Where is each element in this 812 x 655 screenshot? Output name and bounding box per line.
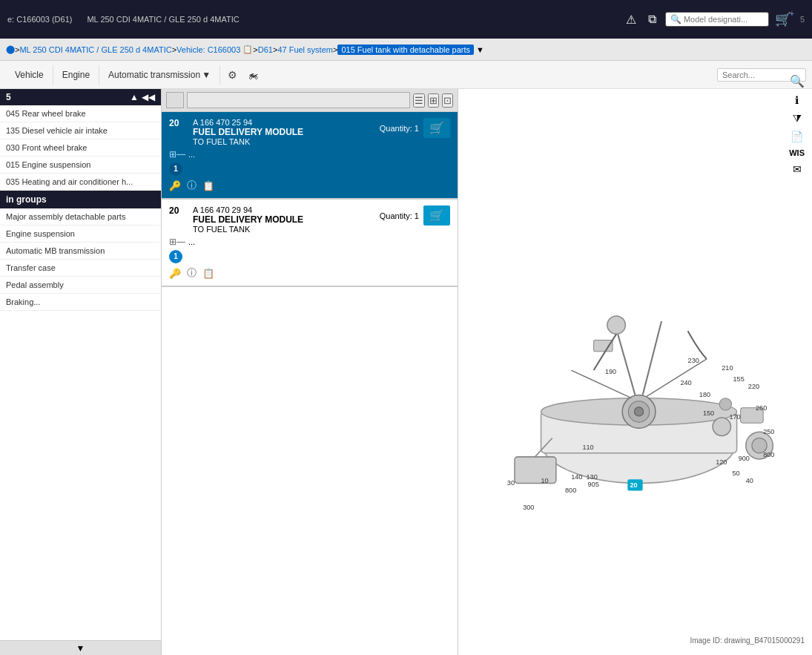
svg-text:20: 20 [630,482,637,490]
technical-diagram: 190 210 230 155 220 180 260 150 170 250 … [466,96,805,636]
part-2-cart-btn[interactable]: 🛒 [423,205,450,226]
top-icons: ⚠ ⧉ 🔍 🛒+ 5 [623,10,805,30]
part-2-key-icon[interactable]: 🔑 [169,268,181,279]
part-1-key-icon[interactable]: 🔑 [169,180,181,191]
breadcrumb: ⬤ > ML 250 CDI 4MATIC / GLE 250 d 4MATIC… [0,39,812,61]
model-name: ML 250 CDI 4MATIC / GLE 250 d 4MATIC [87,15,607,24]
wis-btn[interactable]: WIS [789,148,805,157]
left-panel-scroll-down[interactable]: ▼ [0,640,161,655]
svg-text:130: 130 [586,473,597,481]
vehicle-icon-btn[interactable]: 🏍 [245,68,261,82]
vehicle-id: e: C166003 (D61) [7,15,72,24]
breadcrumb-vehicle[interactable]: Vehicle: C166003 [176,45,240,54]
part-2-info-icon[interactable]: ⓘ [187,266,197,280]
svg-text:50: 50 [733,470,740,477]
part-1-table-icon[interactable]: ⊞— [169,149,185,159]
expand-icon-btn[interactable]: ⊡ [442,93,453,108]
part-card-2-top: 20 A 166 470 29 94 FUEL DELIVERY MODULE … [169,205,450,234]
part-1-info-icon[interactable]: ⓘ [187,179,197,192]
nav-tabs: Vehicle Engine Automatic transmission ▼ [6,65,220,85]
svg-text:40: 40 [746,477,753,484]
part-1-info: A 166 470 25 94 FUEL DELIVERY MODULE TO … [193,118,374,146]
tab-auto-transmission[interactable]: Automatic transmission ▼ [99,65,220,85]
left-subitem-pedal[interactable]: Pedal assembly [0,277,161,294]
breadcrumb-model[interactable]: ML 250 CDI 4MATIC / GLE 250 d 4MATIC [19,45,171,54]
svg-rect-20 [594,340,613,351]
toolbar-row: Vehicle Engine Automatic transmission ▼ … [0,61,812,89]
mail-btn[interactable]: ✉ [789,163,805,175]
part-2-table-icon[interactable]: ⊞— [169,237,185,247]
left-item-135[interactable]: 135 Diesel vehicle air intake [0,122,161,139]
svg-text:120: 120 [716,458,727,466]
part-1-qty-label: Quantity: 1 [380,124,419,133]
part-1-cart-btn[interactable]: 🛒 [423,118,450,138]
right-panel: 190 210 230 155 220 180 260 150 170 250 … [458,89,812,655]
top-bar: e: C166003 (D61) ML 250 CDI 4MATIC / GLE… [0,0,812,39]
breadcrumb-dropdown-icon[interactable]: ▼ [476,45,484,54]
left-subitem-transfer[interactable]: Transfer case [0,260,161,277]
part-2-badge-row: 1 [169,250,450,263]
left-subitem-major[interactable]: Major assembly detachable parts [0,208,161,226]
filter-btn[interactable]: ⧩ [789,112,805,125]
model-search-input[interactable] [684,15,762,24]
svg-text:140: 140 [571,473,582,481]
tab-vehicle[interactable]: Vehicle [6,65,53,85]
svg-text:905: 905 [588,481,599,488]
warning-icon-btn[interactable]: ⚠ [623,10,639,30]
part-2-file-icon[interactable]: 📋 [202,268,214,279]
collapse-up-btn[interactable]: ▲ [130,92,139,102]
list-icon-btn[interactable]: ☰ [413,93,425,108]
left-panel: 5 ▲ ◀◀ 045 Rear wheel brake 135 Diesel v… [0,89,162,655]
breadcrumb-current[interactable]: 015 Fuel tank with detachable parts [337,45,474,55]
collapse-left-btn[interactable]: ◀◀ [142,92,155,102]
left-subitem-auto-mb[interactable]: Automatic MB transmission [0,243,161,260]
parts-list: 20 A 166 470 25 94 FUEL DELIVERY MODULE … [162,112,458,655]
left-subitem-engine-susp[interactable]: Engine suspension [0,226,161,243]
left-section-header-groups: in groups [0,191,161,208]
cart-button[interactable]: 🛒+ [775,11,791,27]
part-1-actions: 🔑 ⓘ 📋 [169,179,450,192]
settings-icon-btn[interactable]: ⚙ [225,68,240,82]
part-2-info: A 166 470 29 94 FUEL DELIVERY MODULE TO … [193,205,374,234]
doc-btn[interactable]: 📄 [789,131,805,142]
left-item-045[interactable]: 045 Rear wheel brake [0,105,161,122]
svg-text:260: 260 [756,404,767,412]
dropdown-arrow: ▼ [202,70,211,80]
tab-engine[interactable]: Engine [53,65,99,85]
diagram-area: 190 210 230 155 220 180 260 150 170 250 … [466,96,805,636]
left-item-015[interactable]: 015 Engine suspension [0,157,161,174]
main-layout: 5 ▲ ◀◀ 045 Rear wheel brake 135 Diesel v… [0,89,812,655]
info-btn[interactable]: ℹ [789,94,805,106]
part-1-desc: TO FUEL TANK [193,137,374,146]
part-1-table-dots: ... [188,150,195,159]
left-panel-title: 5 [6,92,11,102]
part-2-pos: 20 [169,205,187,216]
center-check-box[interactable] [166,92,184,108]
grid-icon-btn[interactable]: ⊞ [428,93,439,108]
part-1-badge-row: 1 [169,162,450,176]
left-item-030[interactable]: 030 Front wheel brake [0,139,161,157]
svg-text:900: 900 [739,455,750,462]
svg-rect-11 [515,457,556,484]
part-1-name: FUEL DELIVERY MODULE [193,127,374,137]
center-title-bar [187,92,410,108]
copy-icon-btn[interactable]: ⧉ [645,10,659,29]
svg-text:150: 150 [703,409,714,417]
svg-text:180: 180 [699,391,710,398]
part-1-file-icon[interactable]: 📋 [202,180,214,191]
breadcrumb-home[interactable]: ⬤ [6,45,15,54]
svg-text:800: 800 [565,487,576,494]
breadcrumb-fuel-system[interactable]: 47 Fuel system [277,45,333,54]
search-icon: 🔍 [670,14,681,24]
svg-text:220: 220 [748,383,759,390]
svg-text:30: 30 [507,479,515,487]
part-2-qty: Quantity: 1 🛒 [380,205,450,226]
part-2-desc: TO FUEL TANK [193,225,374,234]
svg-text:170: 170 [729,413,740,421]
breadcrumb-d61[interactable]: D61 [258,45,273,54]
left-subitem-braking[interactable]: Braking... [0,294,161,311]
part-2-name: FUEL DELIVERY MODULE [193,214,374,225]
svg-text:10: 10 [541,477,549,484]
svg-point-6 [634,407,643,416]
left-item-035[interactable]: 035 Heating and air conditioner h... [0,174,161,191]
